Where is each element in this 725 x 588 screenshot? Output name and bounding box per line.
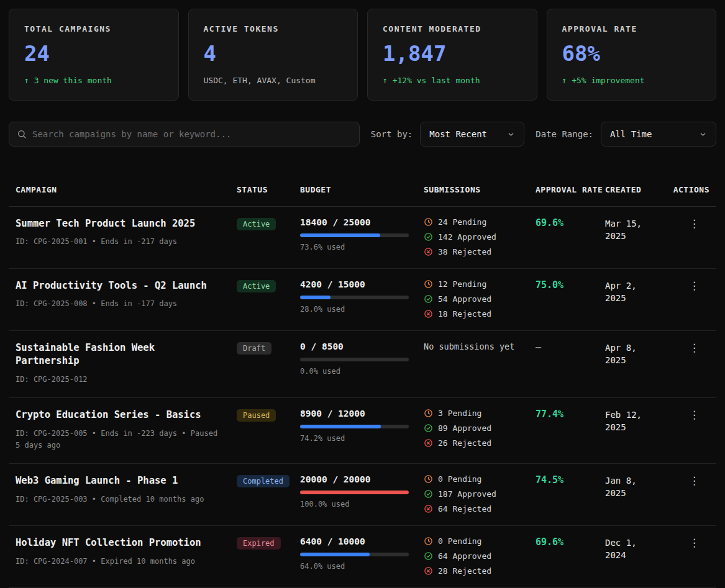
rejected-count: 64 Rejected [438,504,491,513]
date-range-dropdown[interactable]: All Time [601,122,716,147]
status-cell: Active [237,217,300,256]
table-row: Web3 Gaming Launch - Phase 1 ID: CPG-202… [9,464,716,526]
column-header-budget: BUDGET [300,184,424,196]
stat-value: 68% [562,41,701,66]
table-row: AI Productivity Tools - Q2 Launch ID: CP… [9,269,716,331]
x-circle-icon [424,504,433,513]
budget-progress-fill [300,296,331,299]
budget-progress-fill [300,553,370,556]
approved-line: 54 Approved [424,294,518,304]
pending-line: 24 Pending [424,217,518,227]
no-submissions-label: No submissions yet [424,341,518,351]
stat-card: TOTAL CAMPAIGNS 24 ↑ 3 new this month [9,9,179,101]
status-badge: Active [237,280,276,292]
submissions-list: 12 Pending 54 Approved 18 [424,279,518,319]
status-badge: Draft [237,342,271,355]
row-actions-button[interactable]: ⋮ [685,536,703,550]
check-circle-icon [424,489,433,499]
search-box [9,122,360,147]
approval-rate-value: 74.5% [536,474,605,513]
approval-rate-value: 69.6% [536,217,605,256]
approved-line: 89 Approved [424,423,518,433]
x-circle-icon [424,247,433,256]
budget-progress-fill [300,425,381,428]
submissions-cell: 0 Pending 187 Approved 64 [424,474,536,513]
clock-icon [424,409,433,418]
status-badge: Paused [237,409,276,422]
status-badge: Active [237,218,276,230]
budget-cell: 4200 / 15000 28.0% used [300,279,424,319]
row-actions-button[interactable]: ⋮ [685,474,703,487]
submissions-list: 3 Pending 89 Approved 26 R [424,409,518,448]
stat-subtext: ↑ 3 new this month [24,76,163,85]
budget-progress-bar [300,553,409,556]
created-date: Apr 8, 2025 [605,341,670,386]
pending-line: 3 Pending [424,409,518,418]
stat-card: ACTIVE TOKENS 4 USDC, ETH, AVAX, Custom [188,9,358,101]
row-actions-button[interactable]: ⋮ [685,279,703,292]
campaign-meta: ID: CPG-2025-001 • Ends in -217 days [16,236,219,248]
column-header-actions: ACTIONS [670,184,709,196]
created-date: Mar 15, 2025 [605,217,670,256]
clock-icon [424,474,433,484]
status-cell: Paused [237,409,300,451]
sort-dropdown[interactable]: Most Recent [420,122,524,147]
actions-cell: ⋮ [670,474,709,513]
budget-amount: 20000 / 20000 [300,474,406,484]
row-actions-button[interactable]: ⋮ [685,217,703,230]
rejected-line: 26 Rejected [424,438,518,448]
pending-count: 0 Pending [438,536,481,546]
row-actions-button[interactable]: ⋮ [685,341,703,355]
budget-amount: 4200 / 15000 [300,279,406,289]
row-actions-button[interactable]: ⋮ [685,409,703,422]
approval-rate-value: – [536,341,605,386]
date-filter-group: Date Range: All Time [532,122,716,147]
clock-icon [424,217,433,227]
submissions-cell: 12 Pending 54 Approved 18 [424,279,536,319]
status-badge: Expired [237,537,281,550]
campaign-cell: Sustainable Fashion Week Partnership ID:… [16,341,237,386]
actions-cell: ⋮ [670,217,709,256]
budget-cell: 18400 / 25000 73.6% used [300,217,424,256]
approved-count: 64 Approved [438,551,491,561]
campaign-cell: Web3 Gaming Launch - Phase 1 ID: CPG-202… [16,474,237,513]
date-range-dropdown-value: All Time [610,129,652,139]
budget-cell: 20000 / 20000 100.0% used [300,474,424,513]
budget-used-label: 74.2% used [300,434,406,443]
search-input[interactable] [32,129,352,139]
date-range-label: Date Range: [536,129,593,139]
budget-amount: 18400 / 25000 [300,217,406,227]
campaigns-table: CAMPAIGN STATUS BUDGET SUBMISSIONS APPRO… [9,175,716,588]
campaign-dashboard: TOTAL CAMPAIGNS 24 ↑ 3 new this month AC… [0,0,725,588]
sort-dropdown-value: Most Recent [429,129,487,139]
status-cell: Active [237,279,300,319]
created-date: Feb 12, 2025 [605,409,670,451]
budget-progress-bar [300,358,409,361]
table-header-row: CAMPAIGN STATUS BUDGET SUBMISSIONS APPRO… [9,175,716,207]
check-circle-icon [424,294,433,304]
sort-by-label: Sort by: [371,129,413,139]
status-cell: Draft [237,341,300,386]
pending-line: 0 Pending [424,536,518,546]
stat-value: 4 [204,41,343,66]
approved-count: 142 Approved [438,232,496,242]
rejected-count: 18 Rejected [438,309,491,319]
stat-subtext: ↑ +12% vs last month [383,76,522,85]
x-circle-icon [424,309,433,319]
budget-cell: 8900 / 12000 74.2% used [300,409,424,451]
table-row: Holiday NFT Collection Promotion ID: CPG… [9,526,716,588]
column-header-submissions: SUBMISSIONS [424,184,536,196]
chevron-down-icon [699,130,707,138]
pending-count: 0 Pending [438,474,481,484]
rejected-count: 38 Rejected [438,247,491,256]
column-header-created: CREATED [605,184,670,196]
campaign-name: Crypto Education Series - Basics [16,409,219,422]
stat-label: APPROVAL RATE [562,24,701,34]
campaign-meta: ID: CPG-2025-005 • Ends in -223 days • P… [16,428,219,451]
campaign-cell: AI Productivity Tools - Q2 Launch ID: CP… [16,279,237,319]
table-row: Sustainable Fashion Week Partnership ID:… [9,331,716,399]
campaign-cell: Summer Tech Product Launch 2025 ID: CPG-… [16,217,237,256]
campaign-meta: ID: CPG-2025-012 [16,374,219,386]
campaign-cell: Holiday NFT Collection Promotion ID: CPG… [16,536,237,576]
approved-count: 89 Approved [438,423,491,433]
